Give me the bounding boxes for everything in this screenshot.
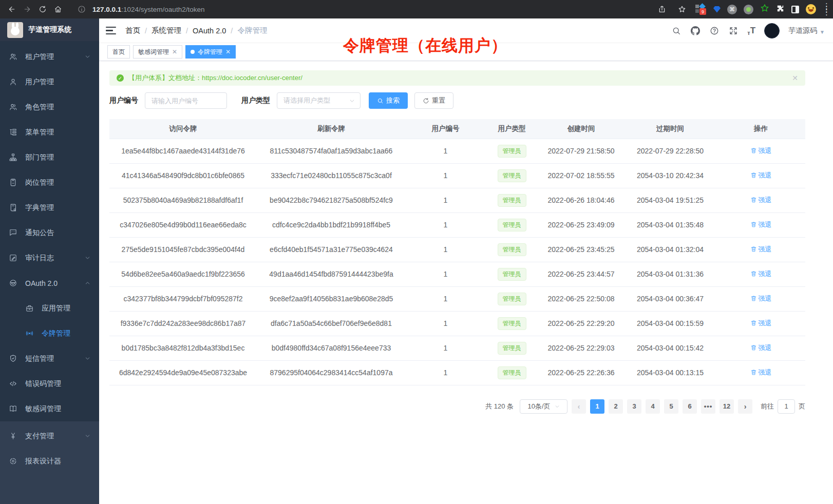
address-bar[interactable]: 127.0.0.1:1024/system/oauth2/token (75, 3, 653, 16)
tab-0[interactable]: 首页 (107, 45, 130, 59)
sidebar-item-16[interactable]: 报表设计器 (0, 449, 99, 474)
sidebar-item-3[interactable]: 菜单管理 (0, 120, 99, 145)
alert-close-icon[interactable]: ✕ (792, 74, 798, 82)
sidebar-menu: 租户管理用户管理角色管理菜单管理部门管理岗位管理字典管理通知公告审计日志OAut… (0, 41, 99, 421)
green-star-extension-icon[interactable] (760, 4, 769, 15)
page-button-4[interactable]: 4 (646, 399, 660, 414)
table-row: 1ea5e44f8bc1467aaede43144f31de76811c5304… (109, 139, 805, 163)
goto-page-input[interactable] (778, 399, 795, 414)
page-button-3[interactable]: 3 (627, 399, 641, 414)
collapse-sidebar-icon[interactable] (106, 25, 117, 36)
gem-extension-icon[interactable] (713, 6, 721, 13)
action-cell: 强退 (716, 188, 805, 212)
tab-1[interactable]: 敏感词管理✕ (133, 45, 182, 59)
back-icon[interactable] (5, 3, 18, 16)
bookmark-star-icon[interactable] (675, 3, 689, 16)
url-path: :1024/system/oauth2/token (121, 6, 204, 13)
reload-icon[interactable] (36, 3, 49, 16)
expires-cell: 2054-03-04 01:35:48 (624, 212, 716, 237)
sidebar-item-6[interactable]: 字典管理 (0, 195, 99, 220)
puzzle-extension-icon[interactable] (776, 4, 785, 15)
force-logout-button[interactable]: 强退 (750, 294, 772, 303)
command-extension-icon[interactable]: ⌘ (727, 5, 737, 14)
browser-menu-icon[interactable]: ⋮⋮⋮ (823, 5, 826, 14)
tab-label: 令牌管理 (198, 48, 222, 56)
sidebar-item-0[interactable]: 租户管理 (0, 44, 99, 69)
prev-page-button[interactable]: ‹ (572, 399, 586, 414)
force-logout-button[interactable]: 强退 (750, 245, 772, 254)
user-menu[interactable]: 芋道源码▼ (788, 26, 825, 35)
extension-stack-icon[interactable]: 9 (695, 4, 707, 14)
force-logout-button[interactable]: 强退 (750, 196, 772, 205)
access-token-cell: 54d6be82ee5a460a9aedc1f9bf223656 (109, 262, 257, 286)
sidebar-item-11[interactable]: 令牌管理 (0, 321, 99, 346)
sidebar-item-label: 短信管理 (25, 354, 77, 363)
sidebar-item-7[interactable]: 通知公告 (0, 220, 99, 245)
doc-link[interactable]: https://doc.iocoder.cn/user-center/ (202, 74, 302, 82)
logo-bar[interactable]: 芋道管理系统 (0, 18, 99, 41)
forward-icon[interactable] (21, 3, 34, 16)
sidebar-toggle-icon[interactable] (791, 6, 799, 13)
sidebar-item-13[interactable]: 错误码管理 (0, 371, 99, 396)
search-button[interactable]: 搜索 (369, 92, 408, 109)
expires-cell: 2054-03-04 00:15:59 (624, 311, 716, 336)
sidebar-item-14[interactable]: 敏感词管理 (0, 396, 99, 421)
sidebar-item-12[interactable]: 短信管理 (0, 346, 99, 371)
reset-button[interactable]: 重置 (414, 92, 453, 109)
page-button-1[interactable]: 1 (590, 399, 604, 414)
site-info-icon[interactable] (75, 3, 88, 16)
breadcrumb-item-0[interactable]: 首页 (125, 26, 140, 35)
emoji-profile-icon[interactable] (806, 4, 816, 14)
user-id-input[interactable] (145, 92, 227, 109)
sidebar-item-15[interactable]: 支付管理 (0, 423, 99, 449)
next-page-button[interactable]: › (738, 399, 752, 414)
chevron-down-icon (85, 432, 90, 440)
page-size-select[interactable]: 10条/页 (520, 399, 567, 414)
breadcrumb-item-2[interactable]: OAuth 2.0 (193, 27, 226, 35)
force-logout-button[interactable]: 强退 (750, 146, 772, 156)
app-title: 芋道管理系统 (28, 25, 71, 34)
sidebar-item-9[interactable]: OAuth 2.0 (0, 270, 99, 296)
active-dot (191, 50, 195, 54)
force-logout-button[interactable]: 强退 (750, 220, 772, 229)
sidebar-item-2[interactable]: 角色管理 (0, 94, 99, 120)
table-row: b0d1785bc3a8482f812db4a3f3bd15ecb0df4980… (109, 336, 805, 360)
page-button-12[interactable]: 12 (720, 399, 734, 414)
tab-close-icon[interactable]: ✕ (225, 48, 231, 55)
sidebar-item-5[interactable]: 岗位管理 (0, 170, 99, 195)
admin-tag: 管理员 (498, 293, 526, 305)
force-logout-button[interactable]: 强退 (750, 368, 772, 377)
more-pages-button[interactable]: ••• (701, 399, 715, 414)
help-icon[interactable] (709, 26, 720, 36)
user-id-cell: 1 (406, 139, 485, 163)
force-logout-button[interactable]: 强退 (750, 319, 772, 328)
force-logout-button[interactable]: 强退 (750, 343, 772, 353)
user-avatar[interactable] (764, 23, 780, 38)
action-cell: 强退 (716, 262, 805, 286)
fullscreen-icon[interactable] (728, 26, 739, 36)
record-extension-icon[interactable] (744, 5, 753, 14)
breadcrumb-item-1[interactable]: 系统管理 (152, 26, 181, 35)
page-button-6[interactable]: 6 (683, 399, 697, 414)
sidebar-item-10[interactable]: 应用管理 (0, 296, 99, 321)
page-button-2[interactable]: 2 (609, 399, 623, 414)
font-size-icon[interactable]: тT (747, 26, 755, 36)
sidebar-item-8[interactable]: 审计日志 (0, 245, 99, 270)
github-icon[interactable] (690, 26, 701, 36)
tab-2[interactable]: 令牌管理✕ (185, 45, 236, 59)
page-button-5[interactable]: 5 (664, 399, 678, 414)
share-icon[interactable] (655, 3, 669, 16)
sidebar-item-4[interactable]: 部门管理 (0, 145, 99, 170)
sidebar-item-1[interactable]: 用户管理 (0, 69, 99, 94)
admin-tag: 管理员 (498, 317, 526, 330)
user-type-cell: 管理员 (485, 336, 538, 360)
user-type-select[interactable]: 请选择用户类型 (277, 92, 361, 109)
search-icon[interactable] (671, 26, 681, 36)
force-logout-button[interactable]: 强退 (750, 269, 772, 279)
force-logout-button[interactable]: 强退 (750, 171, 772, 180)
tab-close-icon[interactable]: ✕ (172, 48, 177, 55)
user-id-cell: 1 (406, 311, 485, 336)
table-row: c342377bf8b344799dcbf7bf095287f29ce8ef2a… (109, 286, 805, 311)
user-id-cell: 1 (406, 163, 485, 188)
home-icon[interactable] (51, 3, 65, 16)
